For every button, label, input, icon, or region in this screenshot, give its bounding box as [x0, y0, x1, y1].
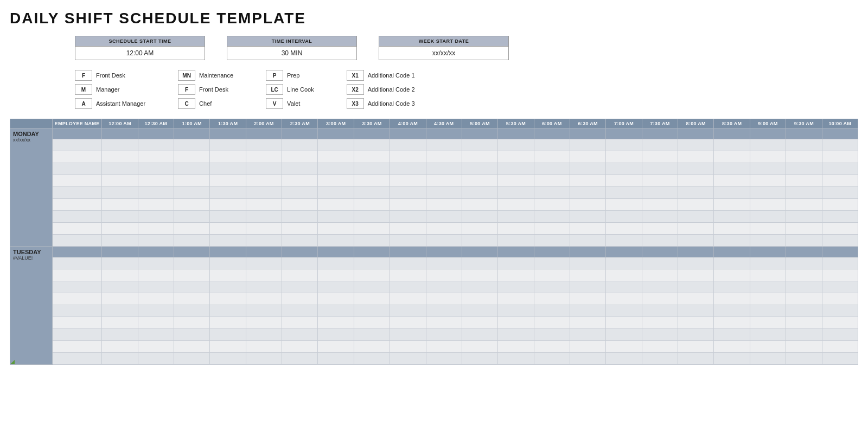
time-data-cell[interactable] — [498, 199, 534, 211]
time-data-cell[interactable] — [750, 175, 786, 187]
time-data-cell[interactable] — [570, 305, 606, 317]
time-data-cell[interactable] — [390, 211, 426, 223]
time-data-cell[interactable] — [390, 199, 426, 211]
time-data-cell[interactable] — [390, 269, 426, 281]
employee-name-cell[interactable] — [52, 317, 102, 329]
time-data-cell[interactable] — [462, 257, 497, 269]
employee-name-cell[interactable] — [52, 341, 102, 353]
time-data-cell[interactable] — [246, 293, 282, 305]
time-data-cell[interactable] — [174, 257, 210, 269]
time-data-cell[interactable] — [498, 223, 534, 235]
time-data-cell[interactable] — [786, 151, 822, 163]
time-data-cell[interactable] — [750, 341, 786, 353]
time-data-cell[interactable] — [210, 163, 246, 175]
time-data-cell[interactable] — [534, 223, 570, 235]
time-data-cell[interactable] — [786, 139, 822, 151]
time-data-cell[interactable] — [570, 151, 606, 163]
time-data-cell[interactable] — [606, 223, 642, 235]
time-data-cell[interactable] — [426, 163, 462, 175]
time-data-cell[interactable] — [354, 281, 390, 293]
time-data-cell[interactable] — [390, 235, 426, 247]
time-data-cell[interactable] — [174, 269, 210, 281]
time-data-cell[interactable] — [570, 211, 606, 223]
time-data-cell[interactable] — [750, 151, 786, 163]
time-data-cell[interactable] — [570, 175, 606, 187]
time-data-cell[interactable] — [462, 281, 497, 293]
time-data-cell[interactable] — [642, 317, 678, 329]
time-data-cell[interactable] — [390, 305, 426, 317]
time-data-cell[interactable] — [246, 269, 282, 281]
time-data-cell[interactable] — [570, 293, 606, 305]
time-data-cell[interactable] — [498, 139, 534, 151]
employee-name-cell[interactable] — [52, 235, 102, 247]
time-data-cell[interactable] — [390, 293, 426, 305]
time-data-cell[interactable] — [318, 269, 354, 281]
time-data-cell[interactable] — [534, 293, 570, 305]
time-data-cell[interactable] — [318, 163, 354, 175]
time-data-cell[interactable] — [462, 151, 497, 163]
time-data-cell[interactable] — [318, 199, 354, 211]
time-data-cell[interactable] — [822, 317, 858, 329]
time-data-cell[interactable] — [822, 269, 858, 281]
time-data-cell[interactable] — [246, 257, 282, 269]
time-data-cell[interactable] — [282, 199, 318, 211]
time-data-cell[interactable] — [606, 269, 642, 281]
time-data-cell[interactable] — [498, 305, 534, 317]
time-data-cell[interactable] — [678, 163, 714, 175]
time-data-cell[interactable] — [246, 139, 282, 151]
time-data-cell[interactable] — [282, 281, 318, 293]
time-data-cell[interactable] — [174, 151, 210, 163]
time-data-cell[interactable] — [534, 139, 570, 151]
time-data-cell[interactable] — [318, 235, 354, 247]
time-data-cell[interactable] — [498, 235, 534, 247]
time-data-cell[interactable] — [570, 235, 606, 247]
time-data-cell[interactable] — [534, 187, 570, 199]
time-data-cell[interactable] — [426, 235, 462, 247]
time-data-cell[interactable] — [462, 187, 497, 199]
time-data-cell[interactable] — [462, 341, 497, 353]
time-data-cell[interactable] — [426, 317, 462, 329]
time-data-cell[interactable] — [750, 353, 786, 365]
time-data-cell[interactable] — [102, 223, 138, 235]
time-data-cell[interactable] — [210, 175, 246, 187]
time-data-cell[interactable] — [174, 187, 210, 199]
time-data-cell[interactable] — [750, 329, 786, 341]
time-data-cell[interactable] — [318, 211, 354, 223]
employee-name-cell[interactable] — [52, 293, 102, 305]
time-data-cell[interactable] — [570, 223, 606, 235]
time-data-cell[interactable] — [102, 281, 138, 293]
time-data-cell[interactable] — [426, 269, 462, 281]
time-data-cell[interactable] — [678, 175, 714, 187]
time-data-cell[interactable] — [642, 353, 678, 365]
time-data-cell[interactable] — [642, 305, 678, 317]
time-data-cell[interactable] — [750, 293, 786, 305]
time-data-cell[interactable] — [534, 257, 570, 269]
time-data-cell[interactable] — [282, 211, 318, 223]
time-data-cell[interactable] — [138, 281, 174, 293]
time-data-cell[interactable] — [462, 223, 497, 235]
time-data-cell[interactable] — [354, 293, 390, 305]
time-data-cell[interactable] — [138, 223, 174, 235]
time-data-cell[interactable] — [570, 257, 606, 269]
time-data-cell[interactable] — [750, 139, 786, 151]
time-data-cell[interactable] — [210, 211, 246, 223]
time-data-cell[interactable] — [174, 163, 210, 175]
time-data-cell[interactable] — [426, 305, 462, 317]
time-data-cell[interactable] — [354, 269, 390, 281]
time-data-cell[interactable] — [534, 211, 570, 223]
time-data-cell[interactable] — [174, 341, 210, 353]
time-data-cell[interactable] — [642, 211, 678, 223]
time-data-cell[interactable] — [714, 139, 750, 151]
time-data-cell[interactable] — [750, 281, 786, 293]
time-data-cell[interactable] — [318, 353, 354, 365]
time-data-cell[interactable] — [462, 317, 497, 329]
time-data-cell[interactable] — [750, 163, 786, 175]
time-data-cell[interactable] — [102, 341, 138, 353]
time-data-cell[interactable] — [750, 199, 786, 211]
time-data-cell[interactable] — [246, 211, 282, 223]
time-data-cell[interactable] — [498, 257, 534, 269]
time-data-cell[interactable] — [678, 353, 714, 365]
time-data-cell[interactable] — [354, 341, 390, 353]
time-data-cell[interactable] — [498, 269, 534, 281]
time-data-cell[interactable] — [606, 235, 642, 247]
